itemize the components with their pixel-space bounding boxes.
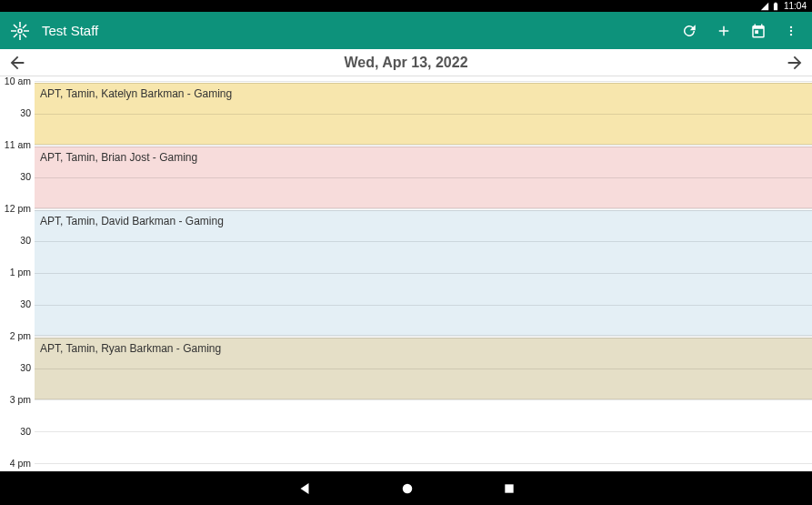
svg-point-3 xyxy=(790,33,792,35)
time-label: 30 xyxy=(0,235,35,246)
time-label: 2 pm xyxy=(0,330,35,341)
time-label: 30 xyxy=(0,107,35,118)
home-nav-button[interactable] xyxy=(399,480,416,497)
grid-line xyxy=(35,431,812,432)
grid-line xyxy=(35,145,812,146)
event-label: APT, Tamin, Ryan Barkman - Gaming xyxy=(40,342,221,355)
next-day-button[interactable] xyxy=(785,53,805,73)
grid-line xyxy=(35,399,812,400)
time-label: 12 pm xyxy=(0,203,35,214)
grid-line xyxy=(35,208,812,209)
battery-icon xyxy=(771,2,780,11)
svg-point-0 xyxy=(18,29,22,33)
calendar-event[interactable]: APT, Tamin, Ryan Barkman - Gaming xyxy=(35,338,812,399)
svg-point-4 xyxy=(402,483,412,493)
time-label: 4 pm xyxy=(0,458,35,469)
today-icon[interactable] xyxy=(750,23,767,39)
grid-line xyxy=(35,81,812,82)
event-label: APT, Tamin, David Barkman - Gaming xyxy=(40,215,224,227)
svg-point-2 xyxy=(790,29,792,31)
time-label: 1 pm xyxy=(0,267,35,278)
time-label: 11 am xyxy=(0,139,35,150)
android-nav-bar xyxy=(0,471,812,505)
app-logo-icon xyxy=(9,20,31,42)
recent-nav-button[interactable] xyxy=(502,481,516,496)
calendar-body[interactable]: 10 am3011 am3012 pm301 pm302 pm303 pm304… xyxy=(0,76,812,471)
add-icon[interactable] xyxy=(716,23,732,39)
more-icon[interactable] xyxy=(785,23,797,39)
time-label: 30 xyxy=(0,298,35,309)
event-label: APT, Tamin, Katelyn Barkman - Gaming xyxy=(40,87,232,100)
time-label: 3 pm xyxy=(0,394,35,405)
time-label: 10 am xyxy=(0,76,35,86)
grid-line xyxy=(35,463,812,464)
signal-icon xyxy=(760,2,769,11)
event-column[interactable]: APT, Tamin, Katelyn Barkman - GamingAPT,… xyxy=(35,76,812,471)
time-column: 10 am3011 am3012 pm301 pm302 pm303 pm304… xyxy=(0,76,35,471)
date-title: Wed, Apr 13, 2022 xyxy=(27,55,785,71)
prev-day-button[interactable] xyxy=(7,53,27,73)
time-label: 30 xyxy=(0,426,35,437)
calendar-event[interactable]: APT, Tamin, Brian Jost - Gaming xyxy=(35,146,812,208)
app-title: Test Staff xyxy=(42,23,98,38)
app-bar: Test Staff xyxy=(0,12,812,49)
calendar-event[interactable]: APT, Tamin, David Barkman - Gaming xyxy=(35,210,812,336)
svg-rect-5 xyxy=(505,484,513,492)
calendar-event[interactable]: APT, Tamin, Katelyn Barkman - Gaming xyxy=(35,83,812,145)
back-nav-button[interactable] xyxy=(296,480,313,497)
date-header: Wed, Apr 13, 2022 xyxy=(0,49,812,76)
event-label: APT, Tamin, Brian Jost - Gaming xyxy=(40,151,197,164)
status-bar: 11:04 xyxy=(0,0,812,12)
status-time: 11:04 xyxy=(784,1,807,11)
refresh-icon[interactable] xyxy=(681,23,697,39)
time-label: 30 xyxy=(0,171,35,182)
svg-point-1 xyxy=(790,25,792,27)
time-label: 30 xyxy=(0,362,35,373)
grid-line xyxy=(35,336,812,337)
